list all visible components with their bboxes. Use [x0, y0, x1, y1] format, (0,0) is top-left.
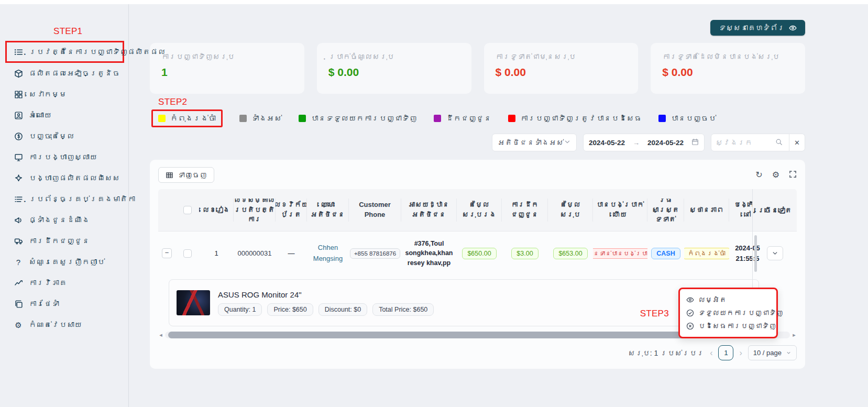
stat-card-total-orders: ការបញ្ជាទិញសរុប 1 — [150, 43, 304, 94]
customer-filter-select[interactable]: អតិថិជនទាំងអស់ — [492, 134, 577, 151]
sidebar-item-label: ការបង្ហាញស្លាយ — [29, 153, 97, 161]
visit-website-label: ទស្សនាគេហទំព័រ — [719, 24, 785, 32]
column-header-delivery: ការដឹកជញ្ជូន — [502, 199, 548, 222]
pagination: សរុប: 1 របស់របរ ‹ 1 › 10 / page — [158, 345, 797, 360]
legend-label: ដឹកជញ្ជូន — [446, 114, 491, 123]
next-page-button[interactable]: › — [739, 348, 742, 358]
person-icon — [14, 111, 23, 120]
legend-label: បានបញ្ចប់ — [671, 114, 716, 123]
refresh-icon[interactable]: ↻ — [755, 171, 762, 179]
list-icon — [14, 194, 23, 204]
step1-annotation: STEP1 — [53, 26, 128, 37]
top-strip — [0, 0, 868, 4]
subtotal-chip: $650.00 — [462, 248, 496, 259]
table-toolbar: ទាញចេញ ↻ ⚙ — [158, 167, 797, 183]
invoice-number: — — [276, 249, 307, 257]
stat-card-total-prepaid: ការទូទាត់ជាមុនសរុប $ 0.00 — [484, 43, 639, 94]
status-legend: កំពុងរង់ចាំ ទាំងអស់ បានទទួលយកការបញ្ជាទិញ… — [150, 109, 805, 127]
legend-item-rejected: ការបញ្ជាទិញត្រូវបានបដិសេធ — [508, 114, 642, 123]
legend-label: កំពុងរង់ចាំ — [170, 114, 216, 123]
legend-item-delivering: ដឹកជញ្ជូន — [434, 114, 491, 123]
previous-page-button[interactable]: ‹ — [710, 348, 712, 358]
select-all-checkbox[interactable] — [183, 206, 192, 214]
sidebar-item-maintenance[interactable]: ការថែទាំ — [0, 293, 128, 314]
collapse-row-button[interactable]: − — [162, 248, 172, 258]
scroll-right-arrow[interactable]: ▸ — [792, 332, 797, 338]
sidebar-item-discounts[interactable]: បញ្ចុះតម្លៃ — [0, 126, 128, 147]
sidebar-item-website-settings[interactable]: ⚙ កំណត់វេបសាយ — [0, 314, 128, 335]
customer-phone-chip: +855 87816876 — [350, 248, 400, 259]
legend-label: បានទទួលយកការបញ្ជាទិញ — [311, 114, 417, 123]
sidebar-item-label: ការវិភាគ — [29, 279, 67, 287]
megaphone-icon — [14, 215, 23, 225]
quantity-chip: Quantity: 1 — [218, 303, 262, 316]
sidebar-item-delivery[interactable]: ការដឹកជញ្ជូន — [0, 230, 128, 251]
search-box — [711, 134, 789, 151]
sidebar-item-donations[interactable]: អំណោយ — [0, 105, 128, 126]
settings-gear-icon[interactable]: ⚙ — [772, 171, 779, 179]
stat-value: $ 0.00 — [662, 66, 794, 79]
scrollbar-thumb[interactable] — [168, 332, 761, 338]
row-actions-menu: លម្អិត ទទួលយកការបញ្ជាទិញ បដិសេធការបញ្ជាទ… — [678, 288, 778, 338]
menu-item-label: ទទួលយកការបញ្ជាទិញ — [698, 309, 783, 317]
column-header-customer-address: អាសយដ្ឋានអតិថិជន — [401, 199, 457, 222]
legend-item-completed: បានបញ្ចប់ — [658, 114, 716, 123]
chevron-down-icon — [772, 250, 778, 257]
sidebar-item-slideshow[interactable]: ការបង្ហាញស្លាយ — [0, 147, 128, 168]
package-icon — [14, 69, 23, 78]
search-icon[interactable] — [775, 138, 783, 147]
legend-swatch-red — [508, 115, 515, 122]
date-to-value[interactable]: 2024-05-22 — [647, 139, 684, 147]
chevron-down-icon — [564, 138, 571, 147]
monitor-icon — [14, 152, 23, 162]
chart-icon — [14, 278, 23, 288]
fullscreen-icon[interactable] — [789, 170, 797, 180]
sidebar-item-featured-products[interactable]: បង្ហាញផលិតផលពិសេស — [0, 168, 128, 189]
pagination-total: សរុប: 1 របស់របរ — [628, 349, 704, 357]
header-expand-col — [158, 199, 175, 222]
grid-icon — [14, 90, 23, 99]
page-size-value: 10 / page — [753, 349, 782, 357]
sidebar-item-order-history[interactable]: ប្រវត្តិនៃការបញ្ជាទិញផលិតផល — [5, 41, 124, 63]
customer-filter-value: អតិថិជនទាំងអស់ — [498, 138, 564, 147]
stat-label: ប្រាក់ចំណូលសរុប — [328, 52, 460, 61]
current-page-button[interactable]: 1 — [718, 345, 733, 360]
sidebar-item-electronic-products[interactable]: ផលិតផលអេឡិចត្រូនិច — [0, 63, 128, 84]
filter-bar: អតិថិជនទាំងអស់ 2024-05-22 → 2024-05-22 ✕ — [150, 134, 805, 151]
row-checkbox[interactable] — [183, 249, 192, 258]
scroll-left-arrow[interactable]: ◂ — [158, 332, 163, 338]
sidebar-item-cms[interactable]: ប្រព័ន្ធគ្រប់គ្រងមាតិកា — [0, 189, 128, 210]
check-circle-icon — [686, 309, 694, 317]
stat-value: 1 — [161, 66, 293, 79]
x-circle-icon — [686, 322, 694, 330]
sidebar-item-faq[interactable]: ? សំណួរគេសួរញឹកញាប់ — [0, 251, 128, 272]
table-icon — [166, 171, 173, 179]
sidebar-item-analytics[interactable]: ការវិភាគ — [0, 272, 128, 293]
column-header-status: ស្ថានភាព — [684, 199, 729, 222]
customer-name-link[interactable]: Chhen Mengsing — [310, 243, 346, 265]
menu-item-reject-order[interactable]: បដិសេធការបញ្ជាទិញ — [683, 320, 773, 333]
payment-method-chip: CASH — [651, 248, 680, 259]
search-input[interactable] — [716, 138, 772, 147]
sidebar-item-services[interactable]: សេវាកម្ម — [0, 84, 128, 105]
stats-cards: ការបញ្ជាទិញសរុប 1 ប្រាក់ចំណូលសរុប $ 0.00… — [150, 43, 805, 94]
page-size-select[interactable]: 10 / page — [748, 345, 797, 360]
export-button[interactable]: ទាញចេញ — [158, 167, 214, 183]
date-from-value[interactable]: 2024-05-22 — [589, 139, 625, 147]
row-number: 1 — [199, 249, 234, 257]
sidebar-item-label: ការថែទាំ — [29, 300, 59, 308]
eye-icon — [686, 296, 694, 304]
visit-website-button[interactable]: ទស្សនាគេហទំព័រ — [710, 20, 805, 36]
date-range-picker[interactable]: 2024-05-22 → 2024-05-22 — [583, 134, 705, 151]
total-chip: $653.00 — [553, 248, 587, 259]
clear-search-button[interactable]: ✕ — [789, 134, 805, 151]
sidebar: STEP1 ប្រវត្តិនៃការបញ្ជាទិញផលិតផល ផលិតផល… — [0, 4, 129, 407]
date-range-arrow: → — [633, 139, 640, 147]
sidebar-item-label: បញ្ចុះតម្លៃ — [29, 132, 74, 140]
menu-item-details[interactable]: លម្អិត — [683, 293, 773, 306]
column-header-invoice: លេខវិក័យប័ត្រ — [276, 199, 307, 222]
legend-item-accepted: បានទទួលយកការបញ្ជាទិញ — [299, 114, 417, 123]
sidebar-item-announcements[interactable]: ផ្ទាំងជូនដំណឹង — [0, 210, 128, 230]
row-actions-dropdown-button[interactable] — [767, 246, 783, 260]
menu-item-accept-order[interactable]: ទទួលយកការបញ្ជាទិញ — [683, 306, 773, 320]
